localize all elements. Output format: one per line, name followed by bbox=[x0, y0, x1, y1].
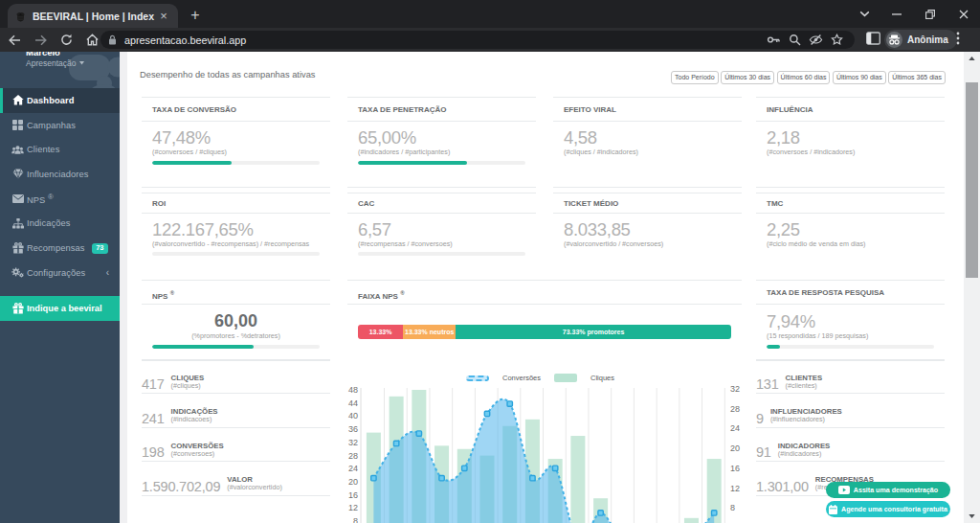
window-close-button[interactable] bbox=[952, 0, 975, 28]
fab-consultoria-button[interactable]: Agende uma consultoria gratuita bbox=[826, 501, 950, 517]
sidebar-item-label: Clientes bbox=[27, 145, 59, 154]
filter-30-dias[interactable]: Últimos 30 dias bbox=[721, 71, 774, 84]
list-value: 241 bbox=[142, 413, 165, 424]
svg-text:8: 8 bbox=[353, 516, 358, 523]
card-title: TMC bbox=[756, 193, 945, 214]
card-title: INFLUÊNCIA bbox=[756, 98, 945, 122]
address-bar[interactable]: apresentacao.beeviral.app bbox=[100, 31, 855, 49]
card-taxa-de-penetracao: TAXA DE PENETRAÇÃO 65,00% (#indicadores … bbox=[347, 97, 536, 189]
list-item-influenciadores: 9 INFLUENCIADORES (#influenciadores) bbox=[756, 394, 945, 428]
window-restore-button[interactable] bbox=[919, 0, 942, 28]
detratores-segment: 13.33% bbox=[358, 325, 403, 339]
card-formula: (#conversoes / #indicadores) bbox=[767, 148, 934, 157]
stat-list-left: 417 CLIQUES (#cliques) 241 INDICAÇÕES (#… bbox=[142, 360, 330, 496]
bookmark-star-icon[interactable] bbox=[826, 32, 847, 49]
new-tab-button[interactable]: + bbox=[186, 6, 205, 25]
filter-todo-periodo[interactable]: Todo Período bbox=[671, 71, 719, 84]
card-formula: (#ciclo médio de venda em dias) bbox=[767, 239, 934, 249]
user-role-dropdown[interactable]: Apresentação bbox=[26, 58, 84, 68]
svg-text:24: 24 bbox=[348, 464, 358, 473]
zoom-search-icon[interactable] bbox=[784, 32, 805, 49]
card-influencia: INFLUÊNCIA 2,18 (#conversoes / #indicado… bbox=[756, 97, 945, 189]
profile-name: Anônima bbox=[907, 34, 948, 45]
svg-text:32: 32 bbox=[730, 384, 740, 394]
tab-close-icon[interactable]: × bbox=[157, 10, 170, 22]
filter-90-dias[interactable]: Últimos 90 dias bbox=[833, 71, 886, 84]
list-value: 1.301,00 bbox=[756, 481, 809, 492]
list-sublabel: (#influenciadores) bbox=[770, 416, 842, 424]
list-value: 198 bbox=[142, 446, 165, 458]
dashboard-page: Marcelo Apresentação Dashboard Campanha bbox=[0, 52, 964, 523]
sidebar-item-nps[interactable]: NPS ® bbox=[0, 187, 120, 212]
card-value: 7,94% bbox=[767, 312, 934, 330]
sidebar-item-influenciadores[interactable]: Influenciadores bbox=[0, 162, 120, 187]
card-title: ROI bbox=[142, 193, 330, 214]
sidebar-item-indicacoes[interactable]: Indicações bbox=[0, 211, 120, 236]
svg-text:28: 28 bbox=[730, 404, 740, 414]
sitemap-icon bbox=[11, 218, 24, 229]
password-key-icon[interactable] bbox=[763, 32, 784, 49]
browser-menu-icon[interactable] bbox=[956, 32, 960, 45]
progress-bar bbox=[358, 252, 525, 256]
eye-blocked-icon[interactable] bbox=[805, 32, 826, 49]
page-title: Desempenho de todas as campanhas ativas bbox=[140, 70, 315, 80]
reload-icon[interactable] bbox=[55, 29, 78, 52]
cta-label: Indique a beeviral bbox=[27, 304, 102, 313]
card-value: 4,58 bbox=[564, 128, 731, 147]
card-formula: (#recompensas / #conversoes) bbox=[358, 239, 525, 249]
home-icon bbox=[11, 95, 24, 105]
card-taxa-resposta: TAXA DE RESPOSTA PESQUISA 7,94% (15 resp… bbox=[756, 280, 945, 360]
list-value: 9 bbox=[756, 413, 764, 424]
list-item-cliques: 417 CLIQUES (#cliques) bbox=[142, 360, 330, 395]
list-sublabel: (#valorconvertido) bbox=[227, 484, 282, 492]
svg-text:32: 32 bbox=[348, 438, 358, 447]
card-value: 6,57 bbox=[358, 220, 525, 239]
svg-text:40: 40 bbox=[348, 411, 358, 421]
gift-icon bbox=[11, 303, 24, 314]
list-sublabel: (#indicadores) bbox=[778, 450, 831, 459]
scroll-up-icon[interactable] bbox=[964, 52, 980, 65]
svg-text:8: 8 bbox=[730, 503, 735, 512]
progress-bar bbox=[767, 345, 934, 349]
tab-search-chevron-icon[interactable] bbox=[856, 0, 873, 28]
card-formula: (%promotores - %detratores) bbox=[152, 331, 320, 341]
sidebar-item-label: Campanhas bbox=[27, 121, 76, 130]
card-formula: (#valorconvertido - #recompensas) / #rec… bbox=[152, 239, 320, 249]
side-panel-icon[interactable] bbox=[866, 32, 880, 45]
list-item-indicadores: 91 INDICADORES (#indicadores) bbox=[756, 428, 945, 463]
card-value: 8.033,85 bbox=[564, 220, 731, 239]
back-icon[interactable] bbox=[3, 29, 26, 52]
card-title: CAC bbox=[347, 193, 536, 214]
page-scrollbar[interactable] bbox=[964, 52, 980, 523]
sidebar-item-campanhas[interactable]: Campanhas bbox=[0, 113, 120, 138]
list-value: 1.590.702,09 bbox=[142, 481, 220, 492]
browser-tab[interactable]: BEEVIRAL | Home | Index × bbox=[8, 4, 178, 28]
card-formula: (#indicadores / #participantes) bbox=[358, 148, 525, 157]
sidebar-item-dashboard[interactable]: Dashboard bbox=[0, 88, 120, 113]
card-value: 47,48% bbox=[152, 128, 320, 147]
svg-text:48: 48 bbox=[348, 385, 358, 395]
filter-60-dias[interactable]: Últimos 60 dias bbox=[777, 71, 831, 84]
forward-icon[interactable] bbox=[29, 29, 52, 52]
card-title: EFEITO VIRAL bbox=[553, 98, 742, 122]
fab-demonstracao-button[interactable]: Assita uma demonstração bbox=[826, 482, 950, 498]
list-sublabel: (#indicacoes) bbox=[171, 416, 218, 424]
card-taxa-de-conversao: TAXA DE CONVERSÃO 47,48% (#conversoes / … bbox=[142, 97, 330, 189]
svg-text:20: 20 bbox=[730, 443, 740, 453]
svg-text:16: 16 bbox=[730, 464, 740, 473]
scrollbar-thumb[interactable] bbox=[966, 82, 978, 278]
incognito-profile-chip[interactable]: Anônima bbox=[884, 30, 957, 50]
sidebar-item-clientes[interactable]: Clientes bbox=[0, 137, 120, 162]
card-value: 65,00% bbox=[358, 128, 525, 147]
filter-365-dias[interactable]: Últimos 365 dias bbox=[888, 71, 946, 84]
scroll-down-icon[interactable] bbox=[964, 510, 980, 523]
progress-bar bbox=[152, 252, 320, 256]
window-minimize-button[interactable] bbox=[885, 0, 908, 28]
neutros-segment: 13.33% neutros bbox=[403, 325, 456, 339]
sidebar-item-recompensas[interactable]: Recompensas 73 bbox=[0, 236, 120, 261]
sidebar-cta-indique[interactable]: Indique a beeviral bbox=[0, 296, 120, 322]
card-title: TAXA DE PENETRAÇÃO bbox=[347, 98, 536, 122]
card-value: 2,25 bbox=[767, 220, 934, 239]
card-roi: ROI 122.167,65% (#valorconvertido - #rec… bbox=[142, 193, 330, 280]
sidebar-item-configuracoes[interactable]: Configurações ‹ bbox=[0, 261, 120, 285]
